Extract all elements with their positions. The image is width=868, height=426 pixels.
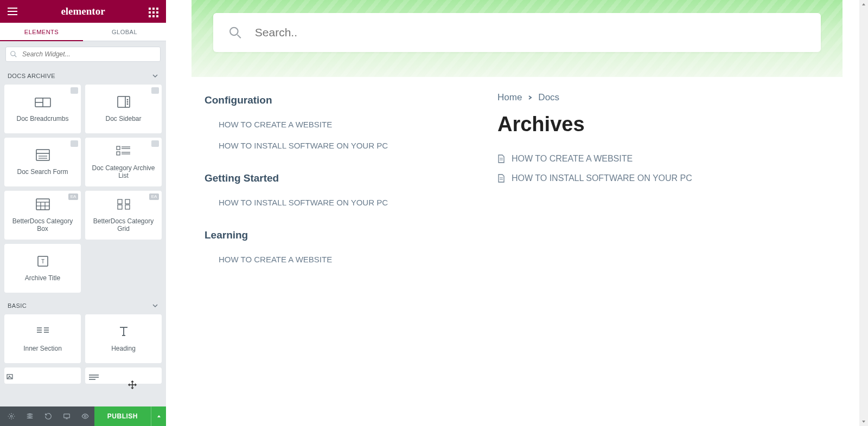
svg-rect-37 bbox=[118, 199, 122, 204]
archive-link-label: HOW TO CREATE A WEBSITE bbox=[512, 154, 633, 164]
hero bbox=[192, 0, 843, 77]
history-button[interactable] bbox=[39, 406, 58, 426]
breadcrumb-docs[interactable]: Docs bbox=[538, 92, 559, 103]
section-label: DOCS ARCHIVE bbox=[8, 73, 55, 79]
svg-rect-1 bbox=[8, 11, 17, 12]
widget-betterdocs-category-grid[interactable]: EA BetterDocs Category Grid bbox=[85, 191, 162, 240]
svg-marker-59 bbox=[27, 416, 33, 416]
widget-label: Doc Breadcrumbs bbox=[13, 115, 72, 122]
navigator-button[interactable] bbox=[21, 406, 39, 426]
svg-rect-10 bbox=[152, 15, 155, 17]
svg-rect-22 bbox=[36, 150, 49, 160]
responsive-button[interactable] bbox=[58, 406, 76, 426]
svg-point-67 bbox=[230, 28, 238, 35]
document-icon bbox=[497, 174, 505, 183]
category-heading[interactable]: Getting Started bbox=[205, 156, 465, 192]
chevron-right-icon bbox=[527, 95, 533, 100]
publish-options-button[interactable] bbox=[151, 406, 166, 426]
svg-rect-0 bbox=[8, 8, 17, 9]
svg-point-63 bbox=[84, 415, 86, 417]
section-basic[interactable]: BASIC bbox=[0, 297, 166, 314]
svg-rect-6 bbox=[149, 11, 151, 14]
widget-doc-sidebar[interactable]: Doc Sidebar bbox=[85, 85, 162, 133]
widget-betterdocs-category-box[interactable]: EA BetterDocs Category Box bbox=[4, 191, 81, 240]
search-icon bbox=[10, 50, 17, 58]
section-label: BASIC bbox=[8, 302, 27, 309]
breadcrumb-home[interactable]: Home bbox=[497, 92, 522, 103]
widget-search-wrap bbox=[0, 41, 166, 67]
svg-rect-5 bbox=[156, 8, 158, 10]
widget-archive-title[interactable]: T Archive Title bbox=[4, 244, 81, 293]
breadcrumb: Home Docs bbox=[497, 88, 829, 103]
widget-badge bbox=[151, 87, 159, 94]
svg-point-57 bbox=[10, 415, 12, 417]
scrollbar[interactable] bbox=[859, 0, 868, 426]
widget-doc-breadcrumbs[interactable]: Doc Breadcrumbs bbox=[4, 85, 81, 133]
settings-button[interactable] bbox=[2, 406, 21, 426]
search-widget-input[interactable] bbox=[5, 47, 161, 62]
elementor-panel: elementor ELEMENTS GLOBAL DOCS ARCHIVE D… bbox=[0, 0, 166, 426]
widget-label: Doc Sidebar bbox=[102, 115, 144, 122]
widget-doc-search-form[interactable]: Doc Search Form bbox=[4, 138, 81, 186]
svg-rect-32 bbox=[36, 199, 49, 210]
svg-marker-64 bbox=[157, 415, 161, 417]
chevron-down-icon bbox=[152, 302, 158, 309]
section-docs-archive[interactable]: DOCS ARCHIVE bbox=[0, 67, 166, 85]
tab-global[interactable]: GLOBAL bbox=[83, 23, 166, 41]
widgets-basic: Inner Section Heading bbox=[0, 314, 166, 388]
svg-text:T: T bbox=[41, 259, 44, 264]
doc-link[interactable]: HOW TO CREATE A WEBSITE bbox=[205, 249, 465, 270]
panel-footer: PUBLISH bbox=[0, 406, 166, 426]
panel-tabs: ELEMENTS GLOBAL bbox=[0, 23, 166, 41]
svg-marker-73 bbox=[862, 3, 865, 5]
svg-rect-11 bbox=[156, 15, 158, 17]
widget-label: Archive Title bbox=[22, 274, 63, 282]
widget-doc-category-archive-list[interactable]: Doc Category Archive List bbox=[85, 138, 162, 186]
logo: elementor bbox=[61, 5, 105, 17]
publish-button[interactable]: PUBLISH bbox=[94, 406, 151, 426]
main-content: Home Docs Archives HOW TO CREATE A WEBSI… bbox=[497, 88, 829, 270]
panel-header: elementor bbox=[0, 0, 166, 23]
widget-label: Doc Search Form bbox=[14, 168, 71, 176]
scroll-down-icon[interactable] bbox=[859, 417, 868, 426]
svg-point-21 bbox=[127, 104, 128, 105]
svg-point-19 bbox=[127, 99, 128, 100]
svg-line-68 bbox=[238, 35, 241, 38]
widget-badge bbox=[151, 140, 159, 147]
svg-rect-7 bbox=[152, 11, 155, 14]
svg-rect-29 bbox=[117, 152, 120, 155]
widget-partial[interactable] bbox=[4, 367, 81, 384]
doc-link[interactable]: HOW TO INSTALL SOFTWARE ON YOUR PC bbox=[205, 135, 465, 156]
widget-label: BetterDocs Category Box bbox=[5, 217, 80, 233]
widget-inner-section[interactable]: Inner Section bbox=[4, 314, 81, 363]
widgets-docs-archive: Doc Breadcrumbs Doc Sidebar Doc Search F… bbox=[0, 85, 166, 297]
apps-icon[interactable] bbox=[149, 8, 158, 15]
archive-link[interactable]: HOW TO CREATE A WEBSITE bbox=[497, 149, 829, 169]
widget-label: BetterDocs Category Grid bbox=[86, 217, 161, 233]
archive-link[interactable]: HOW TO INSTALL SOFTWARE ON YOUR PC bbox=[497, 169, 829, 188]
svg-rect-26 bbox=[117, 146, 120, 150]
preview-button[interactable] bbox=[76, 406, 94, 426]
menu-icon[interactable] bbox=[8, 8, 17, 15]
widget-badge-ea: EA bbox=[149, 193, 159, 200]
widget-heading[interactable]: Heading bbox=[85, 314, 162, 363]
widget-label: Doc Category Archive List bbox=[86, 164, 161, 179]
svg-rect-3 bbox=[149, 8, 151, 10]
category-heading[interactable]: Configuration bbox=[205, 88, 465, 114]
tab-elements[interactable]: ELEMENTS bbox=[0, 23, 83, 41]
svg-rect-40 bbox=[125, 205, 130, 209]
svg-rect-9 bbox=[149, 15, 151, 17]
svg-rect-8 bbox=[156, 11, 158, 14]
widget-badge bbox=[71, 140, 78, 147]
svg-point-12 bbox=[11, 51, 15, 56]
scroll-up-icon[interactable] bbox=[859, 0, 868, 9]
doc-link[interactable]: HOW TO INSTALL SOFTWARE ON YOUR PC bbox=[205, 192, 465, 213]
widget-label: Heading bbox=[108, 345, 139, 352]
svg-marker-58 bbox=[27, 414, 33, 414]
svg-point-20 bbox=[127, 101, 128, 102]
svg-rect-61 bbox=[64, 414, 70, 418]
category-heading[interactable]: Learning bbox=[205, 213, 465, 249]
widget-partial[interactable] bbox=[85, 367, 162, 384]
doc-link[interactable]: HOW TO CREATE A WEBSITE bbox=[205, 114, 465, 135]
doc-search-input[interactable] bbox=[255, 26, 806, 39]
